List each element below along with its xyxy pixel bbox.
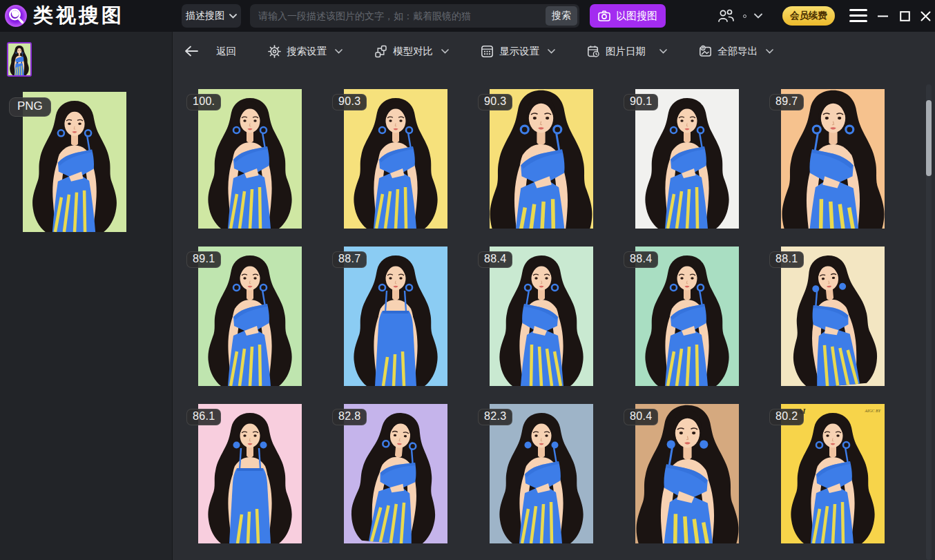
similarity-score-badge: 100. — [186, 94, 221, 110]
scrollbar-thumb[interactable] — [926, 100, 932, 176]
window-close-button[interactable] — [916, 6, 935, 26]
search-mode-dropdown[interactable]: 描述搜图 — [182, 4, 241, 28]
chevron-down-icon — [766, 49, 773, 54]
users-icon — [717, 8, 735, 23]
menu-label: 全部导出 — [717, 45, 758, 58]
status-dot-icon — [743, 15, 746, 18]
back-arrow-icon — [184, 46, 198, 57]
back-label: 返回 — [216, 45, 236, 58]
similarity-score-badge: 80.4 — [624, 409, 658, 425]
chevron-down-icon — [659, 49, 667, 54]
menu-image-date[interactable]: 图片日期 — [587, 45, 667, 58]
window-maximize-button[interactable] — [895, 6, 914, 26]
menu-export-all[interactable]: 全部导出 — [699, 45, 773, 58]
camera-icon — [598, 10, 610, 21]
menu-label: 模型对比 — [393, 45, 433, 58]
result-card: 86.1 — [198, 404, 302, 543]
similarity-score-badge: 90.3 — [478, 94, 512, 110]
result-card: 80.4 — [635, 404, 739, 543]
image-search-button[interactable]: 以图搜图 — [590, 4, 666, 28]
toolbar: 返回 搜索设置 — [173, 32, 935, 70]
result-card: 100. — [198, 89, 302, 229]
menu-model-compare[interactable]: 模型对比 — [374, 45, 449, 58]
result-card: 80.2 AIAIGC BY — [781, 404, 885, 543]
result-card: 90.3 — [344, 89, 447, 229]
result-card: 88.4 — [490, 247, 593, 386]
result-card: 89.1 — [198, 247, 302, 386]
chevron-down-icon — [335, 49, 343, 54]
search-button[interactable]: 搜索 — [546, 6, 577, 26]
result-card: 90.1 — [635, 89, 739, 229]
similarity-score-badge: 88.4 — [478, 251, 512, 268]
svg-text:AIGC BY: AIGC BY — [865, 409, 881, 413]
similarity-score-badge: 80.2 — [769, 409, 804, 425]
menu-hamburger-icon[interactable] — [849, 9, 867, 23]
calendar-clock-icon — [587, 45, 600, 58]
menu-display-settings[interactable]: 显示设置 — [481, 45, 555, 58]
similarity-score-badge: 82.3 — [478, 409, 512, 425]
sidebar: PNG — [0, 32, 173, 560]
similarity-score-badge: 90.1 — [624, 94, 658, 110]
file-format-badge: PNG — [9, 97, 51, 117]
search-box: 搜索 — [250, 4, 579, 28]
back-button[interactable]: 返回 — [184, 45, 236, 58]
result-card: 88.1 — [781, 247, 885, 386]
compare-nodes-icon — [374, 45, 387, 58]
similarity-score-badge: 88.7 — [332, 251, 367, 268]
result-card: 88.4 — [635, 247, 739, 386]
similarity-score-badge: 90.3 — [332, 94, 367, 110]
menu-search-settings[interactable]: 搜索设置 — [268, 45, 343, 58]
window-minimize-button[interactable] — [873, 6, 892, 26]
search-input[interactable] — [250, 10, 546, 21]
similarity-score-badge: 89.1 — [186, 251, 221, 268]
similarity-score-badge: 88.1 — [769, 251, 804, 268]
gear-icon — [268, 45, 281, 58]
result-card: 89.7 — [781, 89, 885, 229]
similarity-score-badge: 89.7 — [769, 94, 804, 110]
result-card: 82.8 — [344, 404, 447, 543]
menu-label: 图片日期 — [606, 45, 646, 58]
membership-renew-button[interactable]: 会员续费 — [782, 6, 835, 26]
app-title: 类视搜图 — [33, 2, 124, 30]
chevron-down-icon — [754, 13, 762, 19]
results-grid: 100. 90.3 90.3 90.1 89.7 89.1 88.7 88.4 … — [198, 89, 935, 543]
app-logo-magnifier-icon[interactable] — [5, 5, 27, 27]
similarity-score-badge: 88.4 — [624, 251, 658, 268]
account-menu[interactable] — [717, 4, 762, 28]
image-export-icon — [699, 45, 712, 58]
chevron-down-icon — [229, 14, 237, 19]
similarity-score-badge: 82.8 — [332, 409, 367, 425]
chevron-down-icon — [441, 49, 449, 54]
main-content: 返回 搜索设置 — [173, 32, 935, 560]
image-search-label: 以图搜图 — [616, 10, 657, 23]
similarity-score-badge: 86.1 — [186, 409, 221, 425]
topbar: 类视搜图 描述搜图 搜索 以图搜图 — [0, 0, 935, 32]
display-grid-icon — [481, 45, 494, 58]
chevron-down-icon — [548, 49, 555, 54]
menu-label: 搜索设置 — [287, 45, 327, 58]
menu-label: 显示设置 — [499, 45, 539, 58]
result-card: 90.3 — [490, 89, 593, 229]
search-mode-label: 描述搜图 — [186, 10, 224, 22]
result-card: 82.3 — [490, 404, 593, 543]
scrollbar-track[interactable] — [926, 84, 932, 560]
query-image-thumbnail[interactable] — [7, 42, 32, 77]
result-card: 88.7 — [344, 247, 447, 386]
